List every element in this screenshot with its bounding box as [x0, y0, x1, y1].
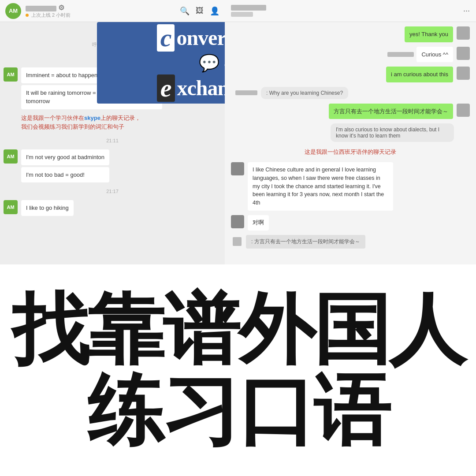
user-avatar: AM	[5, 3, 21, 19]
onversation-text: onversation	[176, 26, 225, 50]
right-topbar: ···	[225, 0, 476, 22]
msg-curious-reply: Curious ^^	[416, 47, 453, 63]
msg-bubble-5: I like to go hiking	[21, 200, 74, 216]
chinese-line2: 练习口语	[12, 370, 464, 451]
spanish-long-msg: I like Chinese culture and in general I …	[248, 162, 393, 211]
ce-logo-line1: c onversation	[157, 24, 225, 52]
left-chat-panel: AM ⚙ 上次上线 2 小时前 🔍 🖼 👤 20:51 呼叫 38 分钟 11	[0, 0, 225, 264]
big-chinese-heading: 找靠谱外国人 练习口语	[12, 289, 464, 451]
right-messages: yes! Thank you Curious ^^ i am curious a…	[225, 22, 476, 264]
topbar-icons: 🔍 🖼 👤	[180, 6, 219, 16]
contact-name-blurred: ⚙	[26, 4, 175, 12]
xchange-text: xchange	[177, 76, 225, 100]
msg-bubble-3: I'm not very good at badminton	[21, 149, 109, 165]
msg-also-curious: I'm also curious to know about dialects,…	[331, 123, 454, 142]
middle-icons: 💬 &	[157, 53, 225, 73]
msg-row-3: AM I like to go hiking	[4, 200, 221, 216]
msg-avatar-am-2: AM	[4, 149, 18, 164]
msg-dialect-green: 方言只有去一个地方生活一段时间才能学会～	[329, 104, 453, 119]
red-annotation-skype: 这是我跟一个学习伙伴在skype上的聊天记录， 我们会视频练习我们新学到的词汇和…	[21, 114, 221, 132]
msg-curious-about: i am curious about this	[386, 67, 453, 82]
footer-note: : 方言只有去一个地方生活一段时间才能学会～	[246, 235, 365, 249]
right-topbar-icons: ···	[463, 6, 470, 15]
ce-logo: c onversation 💬 & e xchange	[157, 24, 225, 102]
right-avatar-3	[457, 67, 470, 80]
ce-logo-line2: e xchange	[157, 74, 225, 102]
e-letter: e	[157, 74, 175, 102]
right-avatar-1	[457, 26, 470, 40]
msg-row-right-3: i am curious about this	[231, 67, 470, 82]
chinese-line1: 找靠谱外国人	[12, 289, 464, 370]
spanish-chat-row: I like Chinese culture and in general I …	[231, 162, 470, 211]
ampersand: &	[224, 53, 225, 72]
msg-row-right-1: yes! Thank you	[231, 26, 470, 42]
msg-avatar-am-1: AM	[4, 67, 18, 82]
timestamp-4: 21:17	[4, 189, 221, 194]
search-icon[interactable]: 🔍	[180, 6, 190, 16]
ce-logo-overlay: c onversation 💬 & e xchange	[97, 22, 225, 104]
contact-status: 上次上线 2 小时前	[26, 12, 175, 19]
footer-note-row: : 方言只有去一个地方生活一段时间才能学会～	[233, 235, 470, 249]
c-letter: c	[157, 24, 175, 52]
left-topbar: AM ⚙ 上次上线 2 小时前 🔍 🖼 👤	[0, 0, 225, 22]
msg-why-learning: : Why are you learning Chinese?	[261, 87, 348, 99]
spanish-annotation: 这是我跟一位西班牙语伴的聊天记录	[231, 148, 470, 156]
duia-avatar	[231, 215, 244, 228]
msg-row-2: AM I'm not very good at badminton I'm no…	[4, 149, 221, 182]
msg-bubble-4: I'm not too bad = good!	[21, 167, 109, 183]
status-dot	[26, 14, 29, 17]
gear-icon[interactable]: ⚙	[58, 4, 64, 11]
bottom-section: 找靠谱外国人 练习口语	[0, 264, 476, 476]
profile-icon[interactable]: 👤	[210, 6, 219, 16]
msg-row-why: : Why are you learning Chinese?	[235, 87, 470, 99]
msg-row-right-2: Curious ^^	[231, 47, 470, 63]
chat-icon: 💬	[199, 53, 219, 73]
right-contact	[231, 5, 266, 17]
also-curious-row: I'm also curious to know about dialects,…	[231, 123, 454, 142]
contact-info: ⚙ 上次上线 2 小时前	[26, 4, 175, 19]
right-avatar-4	[457, 104, 470, 117]
msg-yes-thankyou: yes! Thank you	[405, 26, 453, 42]
msg-duia: 对啊	[248, 215, 269, 231]
timestamp-3: 21:11	[4, 138, 221, 143]
right-more-icon[interactable]: ···	[463, 6, 470, 15]
right-avatar-2	[457, 47, 470, 60]
image-icon[interactable]: 🖼	[196, 6, 204, 16]
msg-row-dialect-green: 方言只有去一个地方生活一段时间才能学会～	[231, 104, 470, 119]
spanish-avatar	[231, 162, 244, 175]
duia-row: 对啊	[231, 215, 470, 231]
msg-avatar-am-3: AM	[4, 200, 18, 214]
right-chat-panel: ··· yes! Thank you Curious ^^	[225, 0, 476, 264]
